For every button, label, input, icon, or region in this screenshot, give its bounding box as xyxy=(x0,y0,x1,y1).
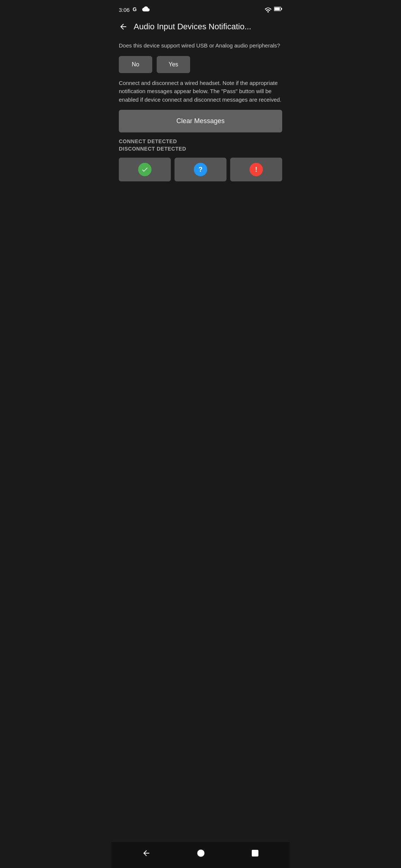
info-icon: ? xyxy=(194,163,207,176)
fail-icon: ! xyxy=(250,163,263,176)
cloud-icon xyxy=(142,6,150,13)
usb-support-buttons: No Yes xyxy=(119,56,282,73)
connect-detected-message: CONNECT DETECTED xyxy=(119,138,282,144)
svg-point-3 xyxy=(198,850,204,857)
toolbar: Audio Input Devices Notificatio... xyxy=(111,18,290,39)
pass-icon xyxy=(138,163,151,176)
info-button[interactable]: ? xyxy=(175,158,226,181)
nav-back-button[interactable] xyxy=(139,846,154,861)
messages-list: CONNECT DETECTED DISCONNECT DETECTED xyxy=(119,138,282,152)
yes-button[interactable]: Yes xyxy=(157,56,190,73)
nav-bar xyxy=(111,842,290,868)
clear-messages-button[interactable]: Clear Messages xyxy=(119,110,282,132)
status-time: 3:06 xyxy=(119,7,130,13)
no-button[interactable]: No xyxy=(119,56,152,73)
status-left: 3:06 G xyxy=(119,6,150,13)
wifi-icon xyxy=(264,7,272,13)
status-bar: 3:06 G xyxy=(111,0,290,18)
main-content: Does this device support wired USB or An… xyxy=(111,39,290,842)
action-buttons-row: ? ! xyxy=(119,158,282,181)
battery-icon xyxy=(274,6,282,13)
svg-rect-4 xyxy=(252,850,258,857)
disconnect-detected-message: DISCONNECT DETECTED xyxy=(119,146,282,152)
google-icon: G xyxy=(133,6,139,13)
instruction-text: Connect and disconnect a wired headset. … xyxy=(119,79,282,104)
svg-rect-2 xyxy=(281,8,282,10)
exclamation-mark: ! xyxy=(255,166,257,174)
question-text: Does this device support wired USB or An… xyxy=(119,42,282,50)
svg-rect-1 xyxy=(274,7,280,10)
fail-button[interactable]: ! xyxy=(230,158,282,181)
page-title: Audio Input Devices Notificatio... xyxy=(134,22,284,32)
back-button[interactable] xyxy=(117,21,129,33)
nav-recents-button[interactable] xyxy=(248,846,262,860)
status-right xyxy=(264,6,282,13)
pass-button[interactable] xyxy=(119,158,171,181)
question-mark: ? xyxy=(199,166,203,174)
nav-home-button[interactable] xyxy=(193,846,208,861)
